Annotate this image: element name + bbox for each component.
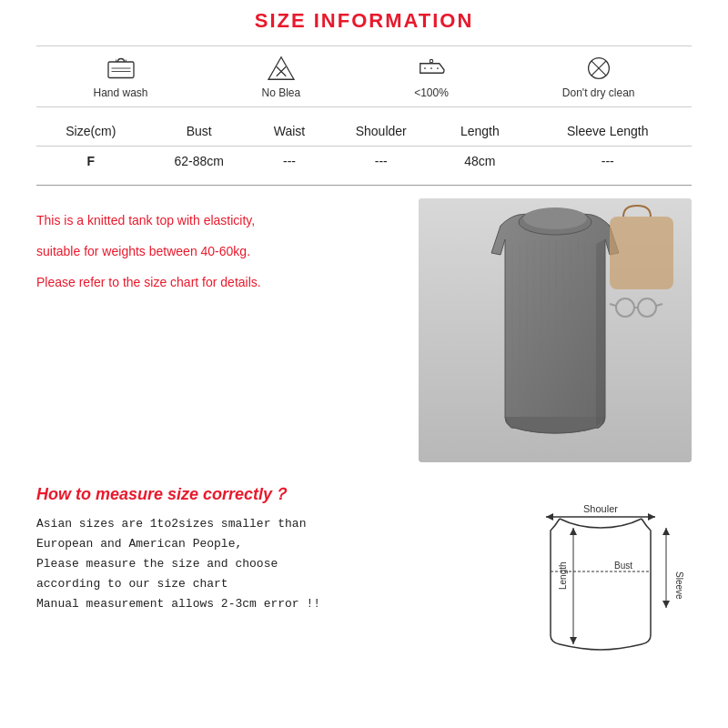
svg-point-11 bbox=[437, 67, 439, 69]
product-section: This is a knitted tank top with elastici… bbox=[36, 198, 692, 462]
page-title: SIZE INFORMATION bbox=[36, 9, 692, 33]
measure-line4: according to our size chart bbox=[36, 574, 491, 594]
measure-line2: European and American People, bbox=[36, 534, 491, 554]
no-dry-clean-icon bbox=[582, 54, 615, 83]
col-header-size: Size(cm) bbox=[36, 116, 146, 147]
cell-sleeve: --- bbox=[523, 147, 692, 177]
col-header-shoulder: Shoulder bbox=[326, 116, 436, 147]
no-bleach-icon bbox=[265, 54, 298, 83]
measure-section: How to measure size correctly？ Asian siz… bbox=[36, 480, 692, 662]
care-temp: <100% bbox=[414, 54, 449, 99]
temp-icon bbox=[415, 54, 448, 83]
measure-text: How to measure size correctly？ Asian siz… bbox=[36, 480, 491, 614]
no-bleach-label: No Blea bbox=[262, 86, 301, 99]
svg-point-10 bbox=[430, 67, 432, 69]
cell-size: F bbox=[36, 147, 146, 177]
desc-line3: Please refer to the size chart for detai… bbox=[36, 269, 400, 295]
col-header-bust: Bust bbox=[146, 116, 253, 147]
svg-point-30 bbox=[523, 207, 587, 229]
col-header-length: Length bbox=[436, 116, 523, 147]
care-hand-wash: Hand wash bbox=[93, 54, 147, 99]
svg-point-8 bbox=[430, 59, 433, 63]
svg-marker-5 bbox=[268, 57, 294, 80]
care-no-dry-clean: Don't dry clean bbox=[562, 54, 635, 99]
col-header-sleeve: Sleeve Length bbox=[523, 116, 692, 147]
cell-shoulder: --- bbox=[326, 147, 436, 177]
svg-marker-49 bbox=[662, 601, 670, 608]
cell-waist: --- bbox=[253, 147, 326, 177]
page-wrapper: SIZE INFORMATION Hand wash bbox=[0, 0, 728, 681]
svg-point-9 bbox=[424, 67, 426, 69]
svg-rect-0 bbox=[108, 62, 134, 78]
hand-wash-label: Hand wash bbox=[93, 86, 147, 99]
svg-text:Bust: Bust bbox=[614, 561, 632, 571]
svg-marker-44 bbox=[570, 528, 577, 535]
table-row: F 62-88cm --- --- 48cm --- bbox=[36, 147, 692, 177]
svg-rect-31 bbox=[610, 217, 673, 289]
svg-marker-45 bbox=[570, 637, 577, 644]
measure-line3: Please measure the size and choose bbox=[36, 554, 491, 574]
cell-length: 48cm bbox=[436, 147, 523, 177]
svg-text:Shouler: Shouler bbox=[583, 503, 618, 514]
cell-bust: 62-88cm bbox=[146, 147, 253, 177]
col-header-waist: Waist bbox=[253, 116, 326, 147]
care-no-bleach: No Blea bbox=[262, 54, 301, 99]
svg-marker-38 bbox=[546, 513, 553, 521]
measure-title: How to measure size correctly？ bbox=[36, 480, 491, 509]
no-dry-clean-label: Don't dry clean bbox=[562, 86, 635, 99]
svg-text:Length: Length bbox=[558, 561, 568, 590]
temp-label: <100% bbox=[414, 86, 449, 99]
divider bbox=[36, 185, 692, 186]
hand-wash-icon bbox=[105, 54, 137, 83]
care-row: Hand wash No Blea bbox=[36, 46, 692, 107]
svg-text:Sleeve: Sleeve bbox=[674, 571, 684, 600]
measure-diagram: Shouler Bust Length bbox=[510, 480, 692, 662]
product-description: This is a knitted tank top with elastici… bbox=[36, 198, 400, 462]
desc-line1: This is a knitted tank top with elastici… bbox=[36, 207, 400, 233]
measure-body: Asian sizes are 1to2sizes smaller than E… bbox=[36, 514, 491, 614]
desc-line2: suitable for weights between 40-60kg. bbox=[36, 238, 400, 264]
size-table: Size(cm) Bust Waist Shoulder Length Slee… bbox=[36, 116, 692, 176]
product-image bbox=[419, 198, 692, 462]
measure-line1: Asian sizes are 1to2sizes smaller than bbox=[36, 514, 491, 534]
measure-line5: Manual measurement allows 2-3cm error !! bbox=[36, 594, 491, 614]
svg-marker-39 bbox=[648, 513, 655, 521]
svg-marker-48 bbox=[662, 528, 670, 535]
